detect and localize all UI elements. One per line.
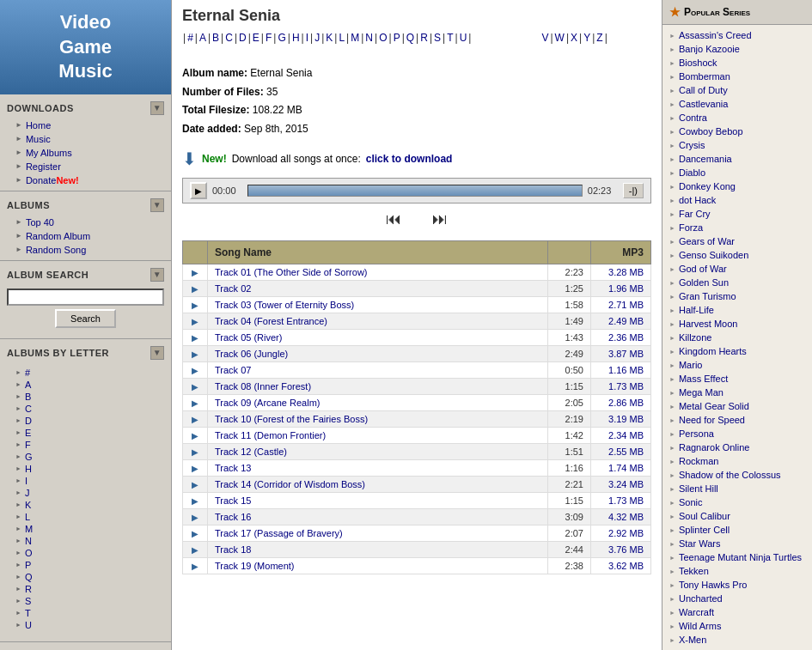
track-name[interactable]: Track 10 (Forest of the Fairies Boss) bbox=[208, 411, 548, 428]
popular-series-item[interactable]: Warcraft bbox=[662, 605, 812, 619]
nav-d[interactable]: D bbox=[238, 32, 247, 56]
downloads-expand-icon[interactable]: ▼ bbox=[150, 101, 164, 115]
track-play-button[interactable]: ▶ bbox=[190, 301, 200, 310]
popular-series-item[interactable]: Cowboy Bebop bbox=[662, 125, 812, 138]
track-size[interactable]: 1.74 MB bbox=[591, 460, 651, 477]
nav-c[interactable]: C bbox=[224, 32, 234, 56]
track-play-cell[interactable]: ▶ bbox=[183, 379, 208, 395]
popular-series-item[interactable]: Harvest Moon bbox=[662, 317, 812, 331]
track-play-cell[interactable]: ▶ bbox=[183, 395, 208, 411]
letter-o[interactable]: O bbox=[7, 547, 164, 559]
prev-button[interactable]: ⏮ bbox=[379, 209, 408, 230]
popular-series-item[interactable]: Call of Duty bbox=[662, 83, 812, 97]
track-play-cell[interactable]: ▶ bbox=[183, 509, 208, 525]
letter-b[interactable]: B bbox=[7, 391, 164, 403]
letter-hash[interactable]: # bbox=[7, 367, 164, 379]
nav-u[interactable]: U bbox=[459, 32, 468, 56]
search-input[interactable] bbox=[7, 289, 164, 306]
track-size[interactable]: 3.28 MB bbox=[591, 264, 651, 281]
popular-series-item[interactable]: Star Wars bbox=[662, 537, 812, 550]
popular-series-item[interactable]: Tekken bbox=[662, 564, 812, 578]
track-play-cell[interactable]: ▶ bbox=[183, 411, 208, 428]
nav-e[interactable]: E bbox=[252, 32, 260, 56]
nav-z[interactable]: Z bbox=[595, 32, 603, 56]
track-play-cell[interactable]: ▶ bbox=[183, 493, 208, 509]
track-size[interactable]: 1.73 MB bbox=[591, 379, 651, 395]
track-play-button[interactable]: ▶ bbox=[190, 464, 200, 473]
album-search-expand-icon[interactable]: ▼ bbox=[150, 268, 164, 282]
nav-hash[interactable]: # bbox=[186, 32, 194, 56]
track-name[interactable]: Track 12 (Castle) bbox=[208, 444, 548, 460]
track-play-button[interactable]: ▶ bbox=[190, 431, 200, 440]
track-size[interactable]: 1.73 MB bbox=[591, 493, 651, 509]
track-play-cell[interactable]: ▶ bbox=[183, 281, 208, 297]
popular-series-item[interactable]: Contra bbox=[662, 111, 812, 125]
track-name[interactable]: Track 18 bbox=[208, 542, 548, 558]
track-play-button[interactable]: ▶ bbox=[190, 447, 200, 457]
track-size[interactable]: 2.36 MB bbox=[591, 330, 651, 346]
track-play-button[interactable]: ▶ bbox=[190, 513, 200, 522]
download-link[interactable]: click to download bbox=[366, 153, 453, 165]
track-size[interactable]: 2.55 MB bbox=[591, 444, 651, 460]
nav-j[interactable]: J bbox=[314, 32, 321, 56]
popular-series-item[interactable]: Crysis bbox=[662, 138, 812, 152]
popular-series-item[interactable]: dot Hack bbox=[662, 193, 812, 207]
track-size[interactable]: 2.92 MB bbox=[591, 525, 651, 542]
track-play-cell[interactable]: ▶ bbox=[183, 477, 208, 493]
track-name[interactable]: Track 05 (River) bbox=[208, 330, 548, 346]
letter-t[interactable]: T bbox=[7, 607, 164, 619]
popular-series-item[interactable]: Shadow of the Colossus bbox=[662, 468, 812, 482]
letter-c[interactable]: C bbox=[7, 403, 164, 415]
popular-series-item[interactable]: Mega Man bbox=[662, 386, 812, 399]
track-size[interactable]: 4.32 MB bbox=[591, 509, 651, 525]
nav-f[interactable]: F bbox=[265, 32, 272, 56]
popular-series-item[interactable]: Persona bbox=[662, 427, 812, 440]
track-size[interactable]: 2.71 MB bbox=[591, 297, 651, 313]
letter-n[interactable]: N bbox=[7, 535, 164, 547]
nav-k[interactable]: K bbox=[325, 32, 333, 56]
albums-expand-icon[interactable]: ▼ bbox=[150, 198, 164, 212]
track-name[interactable]: Track 15 bbox=[208, 493, 548, 509]
track-play-cell[interactable]: ▶ bbox=[183, 444, 208, 460]
nav-q[interactable]: Q bbox=[406, 32, 415, 56]
popular-series-item[interactable]: Mario bbox=[662, 358, 812, 372]
track-name[interactable]: Track 06 (Jungle) bbox=[208, 346, 548, 362]
volume-button[interactable]: -|) bbox=[623, 183, 644, 198]
nav-a[interactable]: A bbox=[198, 32, 207, 56]
letter-k[interactable]: K bbox=[7, 499, 164, 511]
nav-n[interactable]: N bbox=[364, 32, 374, 56]
popular-series-item[interactable]: Need for Speed bbox=[662, 413, 812, 427]
track-name[interactable]: Track 14 (Corridor of Wisdom Boss) bbox=[208, 477, 548, 493]
popular-series-item[interactable]: Soul Calibur bbox=[662, 509, 812, 523]
track-play-cell[interactable]: ▶ bbox=[183, 525, 208, 542]
track-play-cell[interactable]: ▶ bbox=[183, 264, 208, 281]
track-play-button[interactable]: ▶ bbox=[190, 398, 200, 408]
letter-h[interactable]: H bbox=[7, 463, 164, 475]
search-button[interactable]: Search bbox=[55, 309, 116, 328]
track-play-button[interactable]: ▶ bbox=[190, 562, 200, 571]
track-name[interactable]: Track 07 bbox=[208, 362, 548, 379]
nav-r[interactable]: R bbox=[419, 32, 429, 56]
track-name[interactable]: Track 13 bbox=[208, 460, 548, 477]
popular-series-item[interactable]: Zelda bbox=[662, 647, 812, 650]
track-play-button[interactable]: ▶ bbox=[190, 545, 200, 555]
letter-s[interactable]: S bbox=[7, 595, 164, 607]
popular-series-item[interactable]: Dancemania bbox=[662, 152, 812, 166]
track-name[interactable]: Track 09 (Arcane Realm) bbox=[208, 395, 548, 411]
popular-series-item[interactable]: Half-Life bbox=[662, 303, 812, 317]
popular-series-item[interactable]: Silent Hill bbox=[662, 482, 812, 495]
popular-series-item[interactable]: Wild Arms bbox=[662, 619, 812, 633]
track-play-cell[interactable]: ▶ bbox=[183, 313, 208, 330]
track-size[interactable]: 3.76 MB bbox=[591, 542, 651, 558]
nav-s[interactable]: S bbox=[433, 32, 442, 56]
letter-l[interactable]: L bbox=[7, 511, 164, 523]
nav-x[interactable]: X bbox=[570, 32, 578, 56]
letter-m[interactable]: M bbox=[7, 523, 164, 535]
popular-series-item[interactable]: Assassin's Creed bbox=[662, 28, 812, 42]
popular-series-item[interactable]: Teenage Mutant Ninja Turtles bbox=[662, 550, 812, 564]
nav-b[interactable]: B bbox=[211, 32, 220, 56]
track-size[interactable]: 2.34 MB bbox=[591, 428, 651, 444]
letter-r[interactable]: R bbox=[7, 583, 164, 595]
popular-series-item[interactable]: X-Men bbox=[662, 633, 812, 647]
nav-register[interactable]: Register bbox=[0, 160, 171, 173]
